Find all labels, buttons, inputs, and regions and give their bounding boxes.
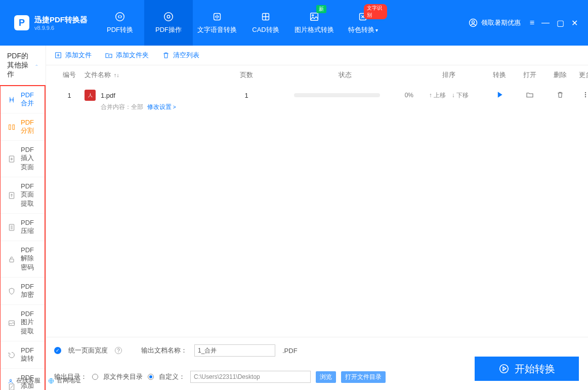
- svg-point-25: [500, 365, 509, 373]
- custom-path-input[interactable]: [190, 371, 311, 383]
- out-ext-label: .PDF: [282, 347, 298, 355]
- nav-special[interactable]: 文字识别 特色转换▾: [339, 0, 387, 46]
- sidebar-item-merge[interactable]: PDF合并: [1, 86, 45, 113]
- col-filename[interactable]: 文件名称 ↑↓: [85, 70, 216, 80]
- pdf-file-icon: 人: [85, 90, 96, 101]
- clear-list-button[interactable]: 清空列表: [162, 51, 199, 60]
- row-convert-button[interactable]: [484, 91, 515, 100]
- radio-custom-dir[interactable]: [148, 374, 154, 380]
- nav-image[interactable]: 新 图片格式转换: [290, 0, 339, 46]
- maximize-icon[interactable]: ▢: [557, 18, 564, 28]
- unlock-icon: [8, 255, 16, 263]
- row-delete-button[interactable]: [545, 91, 575, 100]
- minimize-icon[interactable]: —: [541, 18, 550, 28]
- headset-icon: [7, 377, 14, 384]
- radio-orig-dir[interactable]: [92, 374, 98, 380]
- svg-point-0: [116, 13, 124, 21]
- image-extract-icon: [8, 319, 16, 327]
- globe-icon: [48, 377, 55, 384]
- nav-pdf-operate[interactable]: PDF操作: [144, 0, 193, 46]
- browse-button[interactable]: 浏览: [316, 371, 336, 383]
- insert-icon: [8, 155, 16, 163]
- sidebar-section-header[interactable]: PDF的其他操作: [0, 46, 46, 86]
- out-name-label: 输出文档名称：: [141, 346, 187, 355]
- online-service-link[interactable]: 在线客服: [7, 376, 40, 385]
- nav-tts[interactable]: 文字语音转换: [193, 0, 241, 46]
- col-status: 状态: [277, 70, 413, 80]
- row-open-button[interactable]: [515, 91, 545, 100]
- chevron-up-icon: [35, 62, 38, 68]
- merge-icon: [8, 96, 16, 104]
- sidebar-item-encrypt[interactable]: PDF加密: [1, 278, 45, 305]
- shield-icon: [8, 287, 16, 295]
- sidebar-item-unlock[interactable]: PDF解除密码: [1, 241, 45, 278]
- chevron-down-icon: ▾: [375, 27, 378, 33]
- table-row[interactable]: 1 人1.pdf 1 0% ↑ 上移 ↓ 下移: [54, 85, 588, 103]
- compress-icon: [8, 223, 16, 231]
- col-order: 排序: [413, 70, 484, 80]
- col-idx: 编号: [54, 70, 85, 80]
- sidebar-item-rotate[interactable]: PDF旋转: [1, 341, 45, 369]
- col-delete: 删除: [545, 70, 575, 80]
- out-name-input[interactable]: [194, 344, 275, 357]
- help-icon[interactable]: ?: [115, 347, 122, 354]
- start-convert-button[interactable]: 开始转换: [475, 357, 579, 381]
- split-icon: [8, 123, 16, 131]
- row-filename: 人1.pdf: [85, 90, 216, 101]
- svg-point-19: [10, 379, 12, 381]
- nav-pdf-convert[interactable]: PDF转换: [96, 0, 144, 46]
- svg-rect-10: [9, 125, 11, 129]
- svg-point-23: [585, 94, 585, 95]
- row-sub-info: 合并内容：全部 修改设置: [54, 103, 588, 111]
- move-up-button[interactable]: ↑ 上移: [429, 92, 446, 99]
- promo-link[interactable]: 领取暑期优惠: [468, 18, 521, 28]
- table-header: 编号 文件名称 ↑↓ 页数 状态 排序 转换 打开 删除 更多: [46, 65, 588, 85]
- svg-point-24: [585, 96, 585, 97]
- play-circle-icon: [498, 363, 510, 374]
- gear-icon: [163, 11, 174, 22]
- sidebar-item-compress[interactable]: PDF压缩: [1, 214, 45, 241]
- folder-plus-icon: [105, 51, 113, 59]
- user-circle-icon: [468, 18, 478, 28]
- rotate-icon: [8, 351, 16, 359]
- sidebar: PDF的其他操作 PDF合并 PDF分割 PDF插入页面 PDF页面提取 PDF…: [0, 46, 46, 390]
- svg-point-9: [472, 21, 474, 23]
- close-icon[interactable]: ✕: [571, 18, 578, 28]
- svg-point-6: [312, 15, 314, 16]
- add-file-button[interactable]: 添加文件: [54, 51, 92, 60]
- col-more: 更多: [575, 70, 588, 80]
- sort-icon: ↑↓: [114, 72, 119, 78]
- trash-icon: [162, 51, 170, 59]
- logo-block: P 迅捷PDF转换器 v8.9.9.6: [0, 15, 96, 31]
- col-convert: 转换: [484, 70, 515, 80]
- row-more-button[interactable]: [575, 91, 588, 100]
- modify-settings-link[interactable]: 修改设置: [147, 103, 176, 111]
- app-header: P 迅捷PDF转换器 v8.9.9.6 PDF转换 PDF操作 文字语音转换 C…: [0, 0, 588, 46]
- sidebar-item-img-extract[interactable]: PDF图片提取: [1, 305, 45, 341]
- app-title: 迅捷PDF转换器: [34, 15, 88, 25]
- folder-icon: [526, 91, 534, 99]
- trash-icon: [556, 91, 564, 99]
- svg-rect-5: [311, 13, 318, 21]
- uniform-width-label: 统一页面宽度: [68, 346, 108, 355]
- sidebar-item-insert[interactable]: PDF插入页面: [1, 141, 45, 177]
- svg-rect-11: [13, 125, 14, 129]
- svg-point-2: [167, 15, 170, 18]
- audio-icon: [212, 11, 223, 22]
- badge-new: 新: [316, 5, 326, 13]
- convert-icon: [114, 11, 125, 22]
- badge-ocr: 文字识别: [364, 4, 387, 19]
- sidebar-item-extract[interactable]: PDF页面提取: [1, 177, 45, 214]
- open-dir-button[interactable]: 打开文件目录: [341, 371, 386, 383]
- row-status: 0%: [277, 92, 413, 99]
- menu-icon[interactable]: ≡: [530, 18, 534, 28]
- move-down-button[interactable]: ↓ 下移: [452, 92, 469, 99]
- sidebar-footer: 在线客服 官网地址: [7, 376, 97, 385]
- nav-cad[interactable]: CAD转换: [241, 0, 290, 46]
- sidebar-item-split[interactable]: PDF分割: [1, 113, 45, 141]
- window-controls: ≡ — ▢ ✕: [530, 18, 578, 28]
- uniform-width-checkbox[interactable]: ✓: [54, 347, 61, 354]
- orig-dir-label: 原文件夹目录: [103, 372, 143, 381]
- add-folder-button[interactable]: 添加文件夹: [105, 51, 149, 60]
- official-site-link[interactable]: 官网地址: [48, 376, 81, 385]
